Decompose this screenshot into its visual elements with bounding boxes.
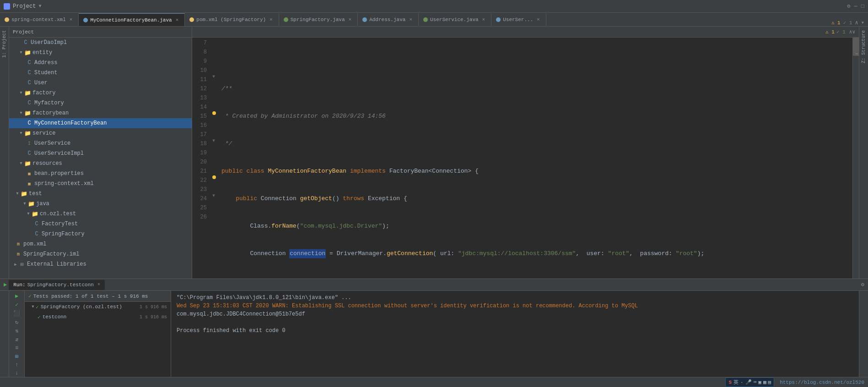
run-down-btn[interactable]: ↓ bbox=[12, 370, 22, 376]
left-vertical-toolbar: 1: Project bbox=[0, 27, 9, 278]
tree-item-user[interactable]: C User bbox=[9, 78, 192, 88]
tree-label-service: service bbox=[32, 130, 55, 136]
tree-item-resources[interactable]: ▼ 📁 resources bbox=[9, 158, 192, 169]
folder-icon-test: 📁 bbox=[20, 190, 27, 197]
tab-springfactory[interactable]: SpringFactory.java × bbox=[279, 13, 358, 26]
tree-label-userservice: UserService bbox=[34, 140, 70, 147]
run-group-btn[interactable]: ≡ bbox=[12, 345, 22, 351]
tab-close-springfactory[interactable]: × bbox=[347, 16, 353, 23]
tree-content[interactable]: C UserDaoImpl ▼ 📁 entity C Address C Stu… bbox=[9, 38, 192, 278]
tree-item-student[interactable]: C Student bbox=[9, 68, 192, 78]
output-panel: "C:\Program Files\Java\jdk1.8.0_121\bin\… bbox=[171, 291, 859, 377]
nav-down-icon[interactable]: ∨ bbox=[852, 29, 855, 35]
ime-keyboard-icon[interactable]: ⌨ bbox=[754, 379, 757, 385]
tree-item-userserviceimpl[interactable]: C UserServiceImpl bbox=[9, 148, 192, 158]
tab-close-userser[interactable]: × bbox=[535, 16, 541, 23]
tree-item-factory[interactable]: ▼ 📁 factory bbox=[9, 88, 192, 98]
bottom-right-scrollbar[interactable] bbox=[859, 291, 868, 377]
tab-bar: spring-context.xml × MyConnetionFactoryB… bbox=[0, 13, 868, 27]
project-sidebar-label[interactable]: 1: Project bbox=[1, 28, 8, 60]
ime-grid1-icon[interactable]: ▣ bbox=[758, 379, 761, 385]
bottom-content: ▶ ✓ ⬛ ↻ ⇅ ⇵ ≡ ⊞ ↑ ↓ ⏱ ✓ Tests passed: 1 … bbox=[0, 291, 868, 377]
tab-spring-context[interactable]: spring-context.xml × bbox=[0, 13, 79, 26]
tab-userservice[interactable]: UserService.java × bbox=[419, 13, 491, 26]
tree-item-entity[interactable]: ▼ 📁 entity bbox=[9, 48, 192, 58]
tree-item-myconnfactorybean[interactable]: C MyConnetionFactoryBean bbox=[9, 118, 192, 128]
code-line-10: */ bbox=[221, 139, 852, 148]
output-line-5: Process finished with exit code 0 bbox=[177, 327, 853, 335]
tab-run-label: Run: bbox=[13, 282, 25, 288]
tree-item-userdaoimpl[interactable]: C UserDaoImpl bbox=[9, 38, 192, 48]
line-numbers: 7 8 9 10 11 12 13 14 15 16 17 18 19 20 2… bbox=[192, 38, 210, 278]
ime-mic-icon[interactable]: 🎤 bbox=[745, 379, 752, 385]
tab-myfactory[interactable]: MyConnetionFactoryBean.java × bbox=[79, 13, 185, 26]
structure-label[interactable]: Z: Structure bbox=[860, 28, 867, 65]
tree-item-pom-xml[interactable]: m pom.xml bbox=[9, 239, 192, 249]
xml-icon-springcontext: ▦ bbox=[26, 180, 33, 187]
tree-item-myfactory[interactable]: C Myfactory bbox=[9, 98, 192, 108]
test-item-springfactory[interactable]: ▼ ✓ SpringFactory (cn.ozl.test) 1 s 916 … bbox=[25, 302, 171, 312]
tree-item-springfactory-tree[interactable]: C SpringFactory bbox=[9, 229, 192, 239]
run-check-btn[interactable]: ✓ bbox=[12, 301, 22, 308]
run-sort-btn[interactable]: ⇅ bbox=[12, 327, 22, 334]
ime-grid3-icon[interactable]: ▤ bbox=[768, 379, 771, 385]
folder-icon-service: 📁 bbox=[24, 130, 31, 137]
tree-item-address[interactable]: C Address bbox=[9, 58, 192, 68]
tab-close-spring-context[interactable]: × bbox=[68, 16, 74, 23]
run-sort2-btn[interactable]: ⇵ bbox=[12, 336, 22, 343]
java-class-icon-springfactory: C bbox=[33, 230, 40, 238]
tab-label-springfactory: SpringFactory.java bbox=[291, 17, 345, 22]
tests-passed-icon: ✓ bbox=[28, 293, 32, 299]
run-filter-btn[interactable]: ⊞ bbox=[12, 353, 22, 360]
run-play-btn[interactable]: ▶ bbox=[12, 293, 22, 300]
tree-label-resources: resources bbox=[32, 160, 62, 167]
tree-item-external-libraries[interactable]: ▶ ⊞ External Libraries bbox=[9, 259, 192, 269]
settings-icon[interactable]: ⚙ bbox=[847, 3, 850, 10]
tab-close-userservice[interactable]: × bbox=[481, 16, 487, 23]
settings-bottom-icon[interactable]: ⚙ bbox=[861, 281, 864, 288]
ime-grid2-icon[interactable]: ▦ bbox=[763, 379, 766, 385]
expand-icon[interactable]: ∧ bbox=[855, 19, 858, 26]
test-item-testconn[interactable]: ✓ testconn 1 s 916 ms bbox=[25, 312, 171, 322]
project-dropdown-icon[interactable]: ▼ bbox=[38, 4, 41, 9]
minimize-icon[interactable]: — bbox=[854, 3, 857, 10]
nav-up-icon[interactable]: ∧ bbox=[849, 29, 852, 35]
tab-pom[interactable]: pom.xml (SpringFactory) × bbox=[185, 13, 279, 26]
tree-item-factorybean[interactable]: ▼ 📁 factorybean bbox=[9, 108, 192, 118]
tree-item-test[interactable]: ▼ 📁 test bbox=[9, 189, 192, 199]
tab-address[interactable]: Address.java × bbox=[358, 13, 419, 26]
tab-userser[interactable]: UserSer... × bbox=[491, 13, 546, 26]
tab-icon-userser bbox=[496, 17, 501, 22]
right-scrollbar[interactable]: — bbox=[852, 38, 859, 278]
tree-label-pom-xml: pom.xml bbox=[23, 241, 46, 247]
tab-label-pom: pom.xml (SpringFactory) bbox=[196, 17, 266, 22]
tree-item-cn-ozl-test[interactable]: ▼ 📁 cn.ozl.test bbox=[9, 209, 192, 219]
status-url[interactable]: https://blog.csdn.net/ozl520 bbox=[780, 380, 864, 385]
project-label[interactable]: Project bbox=[13, 3, 36, 10]
tree-item-beanproperties[interactable]: ▦ bean.properties bbox=[9, 169, 192, 179]
tab-close-address[interactable]: × bbox=[408, 16, 414, 23]
ime-dot-label[interactable]: · bbox=[740, 380, 744, 385]
tab-close-myfactory[interactable]: × bbox=[174, 17, 180, 23]
tab-close-pom[interactable]: × bbox=[268, 16, 274, 23]
maximize-icon[interactable]: □ bbox=[861, 3, 864, 10]
tree-item-springcontext[interactable]: ▦ spring-context.xml bbox=[9, 179, 192, 189]
extlib-icon: ⊞ bbox=[18, 261, 26, 268]
tab-run[interactable]: Run: SpringFactory.testconn × bbox=[9, 280, 105, 290]
tab-run-close[interactable]: × bbox=[97, 282, 100, 287]
tree-item-service[interactable]: ▼ 📁 service bbox=[9, 128, 192, 138]
more-icon[interactable]: ▾ bbox=[861, 19, 864, 26]
tree-item-factorytest[interactable]: C FactoryTest bbox=[9, 219, 192, 229]
main-area: 1: Project Project C UserDaoImpl ▼ 📁 ent… bbox=[0, 27, 868, 278]
editor-content[interactable]: 7 8 9 10 11 12 13 14 15 16 17 18 19 20 2… bbox=[192, 38, 859, 278]
code-area[interactable]: /** * Created by Administrator on 2020/9… bbox=[220, 38, 852, 278]
run-rerun-btn[interactable]: ↻ bbox=[12, 319, 22, 326]
ime-en-label[interactable]: 英 bbox=[733, 379, 739, 386]
run-stop-btn[interactable]: ⬛ bbox=[12, 310, 22, 317]
tree-item-springfactory-iml[interactable]: m SpringFactory.iml bbox=[9, 249, 192, 259]
tree-item-java[interactable]: ▼ 📁 java bbox=[9, 199, 192, 209]
tree-item-userservice[interactable]: I UserService bbox=[9, 138, 192, 148]
editor-toolbar: ⚠ 1 ✓ 1 ∧ ∨ bbox=[192, 27, 859, 38]
run-up-btn[interactable]: ↑ bbox=[12, 362, 22, 368]
tree-label-user: User bbox=[34, 80, 48, 86]
